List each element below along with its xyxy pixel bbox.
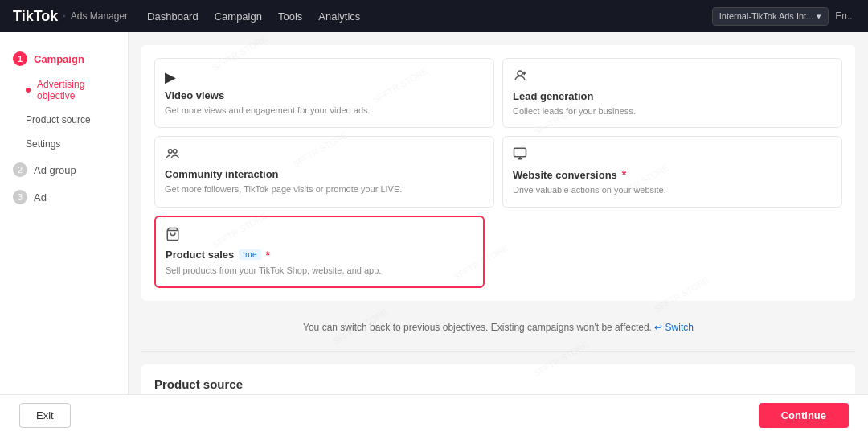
sidebar-item-ad-group[interactable]: 2 Ad group [0, 156, 128, 183]
sidebar-item-settings[interactable]: Settings [0, 132, 128, 156]
objectives-section: ▶ Video views Get more views and engagem… [141, 45, 855, 301]
chevron-down-icon: ▾ [817, 11, 821, 22]
section-divider [141, 351, 855, 352]
objective-card-community[interactable]: Community interaction Get more followers… [154, 136, 494, 207]
exit-button[interactable]: Exit [19, 403, 71, 428]
settings-label: Settings [26, 138, 60, 150]
objective-card-video-views[interactable]: ▶ Video views Get more views and engagem… [154, 58, 494, 128]
enlarge-label: En... [835, 10, 855, 22]
required-dot-2: * [266, 249, 270, 261]
account-label: Internal-TikTok Ads Int... [719, 11, 814, 21]
objectives-grid: ▶ Video views Get more views and engagem… [154, 58, 842, 208]
step-2-icon: 2 [13, 162, 27, 177]
website-conv-desc: Drive valuable actions on your website. [513, 184, 832, 196]
top-right: Internal-TikTok Ads Int... ▾ En... [712, 7, 855, 26]
nav-tools[interactable]: Tools [278, 10, 302, 23]
advertising-objective-label: Advertising objective [37, 79, 115, 101]
community-icon [165, 146, 484, 165]
svg-rect-5 [514, 149, 526, 158]
beta-badge: true [239, 249, 260, 260]
switch-notice-text: You can switch back to previous objectiv… [303, 322, 652, 333]
video-views-desc: Get more views and engagement for your v… [165, 105, 484, 117]
ad-group-label: Ad group [34, 164, 76, 176]
bottom-bar: Exit Continue [0, 394, 868, 436]
switch-notice: You can switch back to previous objectiv… [141, 314, 855, 341]
product-sales-row: Product sales true * Sell products from … [154, 216, 842, 288]
product-sales-title: Product sales true * [166, 249, 473, 261]
objective-card-website-conversions[interactable]: Website conversions* Drive valuable acti… [502, 136, 842, 207]
product-source-title: Product source [154, 377, 842, 391]
switch-link-text: Switch [665, 322, 694, 333]
main-content: SFFTR STORE SFFTR STORE SFFTR STORE SFFT… [129, 32, 868, 436]
sidebar-item-ad[interactable]: 3 Ad [0, 183, 128, 211]
community-desc: Get more followers, TikTok page visits o… [165, 183, 484, 195]
product-source-label: Product source [26, 114, 91, 125]
community-title: Community interaction [165, 168, 484, 180]
video-views-icon: ▶ [165, 68, 484, 86]
logo: TikTok · Ads Manager [13, 8, 128, 25]
continue-button[interactable]: Continue [759, 403, 849, 428]
sidebar-item-product-source[interactable]: Product source [0, 108, 128, 132]
website-conv-icon [513, 146, 832, 165]
nav-campaign[interactable]: Campaign [215, 10, 262, 23]
nav-dashboard[interactable]: Dashboard [147, 10, 199, 23]
lead-gen-icon [513, 68, 832, 87]
sidebar-item-advertising-objective[interactable]: Advertising objective [0, 72, 128, 108]
website-conv-title: Website conversions* [513, 168, 832, 181]
sidebar: 1 Campaign Advertising objective Product… [0, 32, 129, 436]
ads-manager-label: Ads Manager [71, 10, 128, 22]
product-sales-desc: Sell products from your TikTok Shop, web… [166, 265, 473, 277]
step-3-icon: 3 [13, 190, 27, 204]
tiktok-icon: TikTok [13, 8, 58, 25]
switch-icon: ↩ [654, 322, 662, 333]
svg-point-4 [174, 150, 178, 154]
lead-gen-desc: Collect leads for your business. [513, 105, 832, 117]
campaign-label: Campaign [34, 53, 84, 65]
separator: · [63, 10, 65, 22]
required-dot: * [622, 168, 626, 181]
step-1-icon: 1 [13, 51, 27, 66]
video-views-title: Video views [165, 89, 484, 101]
switch-link[interactable]: ↩ Switch [654, 322, 694, 333]
account-selector[interactable]: Internal-TikTok Ads Int... ▾ [712, 7, 829, 26]
main-layout: 1 Campaign Advertising objective Product… [0, 0, 868, 436]
product-sales-icon [166, 227, 473, 245]
ad-label: Ad [34, 191, 47, 204]
top-navigation: TikTok · Ads Manager Dashboard Campaign … [0, 0, 868, 32]
nav-links: Dashboard Campaign Tools Analytics [147, 10, 693, 23]
svg-point-3 [169, 150, 173, 154]
svg-point-0 [518, 71, 522, 76]
sidebar-item-campaign[interactable]: 1 Campaign [0, 45, 128, 72]
objective-card-product-sales[interactable]: Product sales true * Sell products from … [154, 216, 485, 288]
active-dot [26, 88, 31, 93]
lead-gen-title: Lead generation [513, 90, 832, 102]
objective-card-lead-generation[interactable]: Lead generation Collect leads for your b… [502, 58, 842, 128]
nav-analytics[interactable]: Analytics [318, 10, 360, 23]
